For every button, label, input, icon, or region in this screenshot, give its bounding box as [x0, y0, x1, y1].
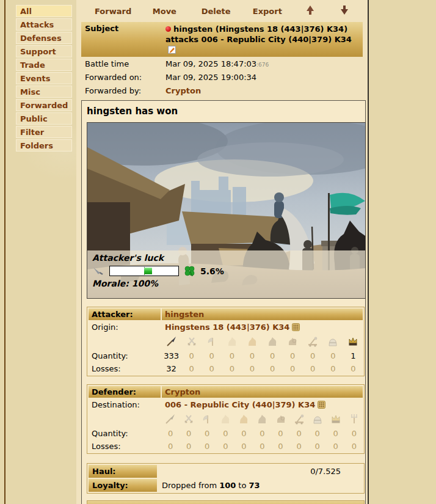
unit-catapult-icon — [293, 413, 305, 425]
defender-label: Defender: — [89, 386, 161, 398]
unit-paladin-icon — [311, 413, 324, 425]
map-position-icon[interactable] — [318, 401, 325, 409]
forward-button[interactable]: Forward — [87, 7, 139, 16]
next-report-arrow-icon[interactable] — [327, 5, 362, 16]
unit-catapult-icon — [307, 335, 319, 348]
defender-table: Defender: Crypton Destination: 006 - Rep… — [87, 384, 365, 454]
luck-morale-overlay: Attacker's luck 5.6% Morale: 100% — [87, 250, 365, 298]
unit-ram-icon — [275, 413, 287, 425]
defender-unit-icons-row — [89, 412, 363, 426]
forwarded-on-row: Forwarded on: Mar 09, 2025 19:00:34 — [81, 71, 363, 84]
battle-time-value: Mar 09, 2025 18:47:03:676 — [162, 57, 363, 70]
loyalty-label: Loyalty: — [89, 479, 157, 492]
origin-village-link[interactable]: Hingstens 18 (443|376) K34 — [165, 323, 289, 332]
edit-subject-icon[interactable] — [168, 46, 176, 54]
attacker-unit-icons-row — [89, 334, 363, 349]
forwarded-on-value: Mar 09, 2025 19:00:34 — [162, 71, 363, 84]
unit-militia-icon — [348, 413, 360, 425]
report-result-title: hingsten has won — [87, 106, 362, 117]
unit-paladin-icon — [327, 335, 339, 348]
haul-label: Haul: — [89, 465, 157, 478]
destination-row: Destination: 006 - Republic City (440|37… — [89, 399, 363, 411]
destination-label: Destination: — [89, 399, 161, 411]
losses-label: Losses: — [89, 440, 161, 452]
map-position-icon[interactable] — [292, 323, 300, 331]
report-toolbar: Forward Move Delete Export — [76, 0, 368, 20]
luck-bar-fill — [144, 268, 152, 274]
report-folder-sidebar: All Attacks Defenses Support Trade Event… — [16, 5, 72, 153]
unit-sword-icon — [186, 335, 198, 348]
loyalty-row: Loyalty: Dropped from100to73 — [89, 479, 363, 492]
losses-label: Losses: — [89, 363, 161, 374]
quantity-label: Quantity: — [89, 428, 161, 439]
loyalty-value: Dropped from100to73 — [158, 479, 363, 492]
attack-won-dot-icon — [165, 26, 171, 32]
defender-player-link[interactable]: Crypton — [165, 387, 200, 396]
sidebar-item-defenses[interactable]: Defenses — [16, 32, 72, 44]
unit-sword-icon — [183, 413, 195, 425]
good-luck-clover-icon — [184, 265, 195, 277]
bad-luck-dagger-icon — [92, 266, 104, 276]
origin-label: Origin: — [89, 321, 161, 333]
unit-nobleman-icon — [347, 335, 359, 348]
unit-spear-icon — [164, 413, 176, 425]
origin-row: Origin: Hingstens 18 (443|376) K34 — [89, 321, 363, 333]
attacker-quantity-row: Quantity: 333 0 0 0 0 0 0 0 0 1 — [89, 350, 363, 362]
unit-spear-icon — [165, 335, 178, 348]
sidebar-item-misc[interactable]: Misc — [16, 86, 72, 98]
unit-scout-icon — [219, 413, 231, 425]
battle-time-row: Battle time Mar 09, 2025 18:47:03:676 — [81, 57, 363, 70]
defender-quantity-row: Quantity: 0 0 0 0 0 0 0 0 0 0 0 — [89, 428, 363, 439]
loyalty-from: 100 — [219, 481, 236, 490]
delete-button[interactable]: Delete — [191, 7, 242, 16]
subject-line1: hingsten (Hingstens 18 (443|376) K34) — [173, 24, 347, 34]
unit-heavy-cavalry-icon — [256, 413, 268, 425]
attacker-luck-label: Attacker's luck — [92, 253, 359, 263]
sidebar-item-events[interactable]: Events — [16, 72, 72, 84]
battle-time-label: Battle time — [81, 57, 162, 70]
unit-light-cavalry-icon — [238, 413, 250, 425]
unit-axe-icon — [201, 413, 213, 425]
sidebar-item-folders[interactable]: Folders — [16, 139, 72, 152]
forwarded-on-label: Forwarded on: — [81, 71, 162, 84]
loyalty-to: 73 — [249, 481, 260, 490]
subject-label: Subject — [81, 22, 162, 57]
sidebar-item-forwarded[interactable]: Forwarded — [16, 99, 72, 111]
forwarded-by-player-link[interactable]: Crypton — [165, 86, 201, 95]
battle-scene-image: Attacker's luck 5.6% Morale: 100% — [87, 122, 366, 299]
attacker-header-row: Attacker: hingsten — [89, 309, 363, 320]
haul-loyalty-table: Haul: 0/7.525 Loyalty: Dropped from100to… — [87, 463, 365, 494]
unit-light-cavalry-icon — [246, 335, 258, 348]
unit-nobleman-icon — [330, 413, 342, 425]
attacker-label: Attacker: — [89, 309, 161, 320]
defender-losses-row: Losses: 0 0 0 0 0 0 0 0 0 0 0 — [89, 440, 363, 452]
report-meta-table: Subject hingsten (Hingstens 18 (443|376)… — [81, 21, 363, 98]
sidebar-item-filter[interactable]: Filter — [16, 126, 72, 138]
sidebar-item-trade[interactable]: Trade — [16, 59, 72, 71]
sidebar-item-public[interactable]: Public — [16, 112, 72, 125]
destination-village-link[interactable]: 006 - Republic City (440|379) K34 — [165, 400, 315, 409]
previous-report-arrow-icon[interactable] — [293, 5, 327, 16]
important-information-header: Important Information: — [87, 500, 365, 504]
forwarded-by-label: Forwarded by: — [81, 84, 162, 97]
sidebar-item-all[interactable]: All — [16, 5, 72, 17]
report-view-panel: Forward Move Delete Export Subject hings… — [76, 0, 369, 504]
unit-scout-icon — [226, 335, 238, 348]
defender-header-row: Defender: Crypton — [89, 386, 363, 398]
sidebar-item-attacks[interactable]: Attacks — [16, 18, 72, 31]
subject-line2: attacks 006 - Republic City (440|379) K3… — [165, 35, 352, 44]
sidebar-item-support[interactable]: Support — [16, 45, 72, 57]
haul-value: 0/7.525 — [158, 465, 363, 478]
morale-value: Morale: 100% — [92, 279, 359, 288]
subject-value: hingsten (Hingstens 18 (443|376) K34) at… — [162, 22, 363, 57]
unit-axe-icon — [206, 335, 218, 348]
export-button[interactable]: Export — [242, 7, 293, 16]
report-body: hingsten has won — [81, 100, 366, 504]
move-button[interactable]: Move — [139, 7, 190, 16]
battle-time-milliseconds: :676 — [256, 62, 269, 68]
unit-heavy-cavalry-icon — [266, 335, 278, 348]
luck-bar — [109, 266, 179, 276]
subject-row: Subject hingsten (Hingstens 18 (443|376)… — [81, 22, 363, 57]
attacker-player-link[interactable]: hingsten — [165, 310, 204, 319]
attacker-table: Attacker: hingsten Origin: Hingstens 18 … — [87, 307, 365, 376]
